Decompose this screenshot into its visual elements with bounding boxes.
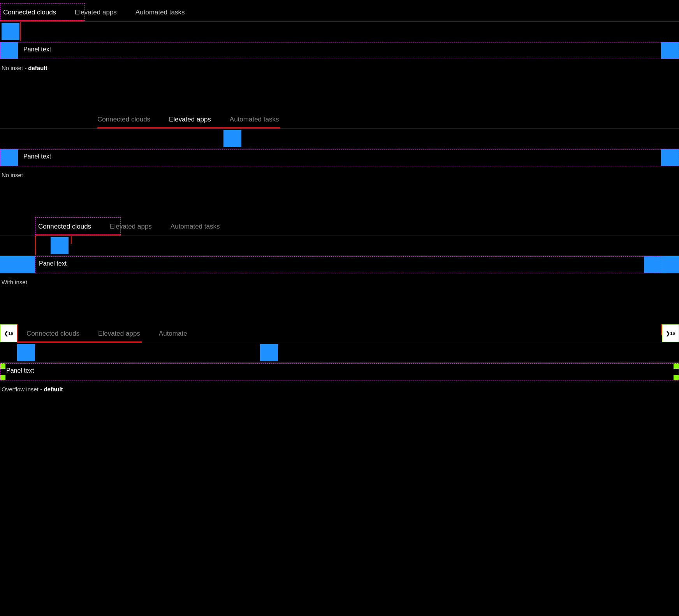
tab-indicator-3 — [35, 234, 121, 236]
green-sq-bottomleft-4 — [0, 375, 5, 380]
section-3: Connected clouds Elevated apps Automated… — [0, 217, 679, 293]
panel-dashed-box-2 — [0, 149, 679, 166]
panel-text-1: Panel text — [23, 46, 51, 53]
section-label-4: Overflow inset - default — [0, 382, 679, 392]
green-sq-topleft-4 — [0, 363, 5, 369]
panel-blue-left-1 — [0, 42, 18, 59]
section-1: Connected clouds Elevated apps Automated… — [0, 0, 679, 79]
tab-automated-tasks-2[interactable]: Automated tasks — [220, 111, 288, 128]
tab-automated-tasks-4[interactable]: Automate — [150, 325, 197, 342]
tab-indicator-1 — [0, 20, 84, 21]
panel-blue-right-2 — [661, 149, 679, 166]
tab-automated-tasks-3[interactable]: Automated tasks — [161, 218, 229, 235]
panel-text-4: Panel text — [6, 367, 34, 374]
tab-elevated-apps-4[interactable]: Elevated apps — [89, 325, 150, 342]
section-label-2: No inset — [0, 168, 679, 178]
panel-text-3: Panel text — [39, 260, 67, 267]
tab-bar-4: ❮16 Connected clouds Elevated apps Autom… — [0, 324, 679, 343]
red-vline-3 — [35, 236, 36, 255]
panel-dashed-box-1 — [0, 42, 679, 59]
tab-elevated-apps-1[interactable]: Elevated apps — [65, 4, 126, 21]
panel-text-2: Panel text — [23, 153, 51, 160]
panel-blue-left-3 — [0, 256, 35, 273]
blue-sq-tab-1 — [2, 23, 19, 40]
tab-bar-2: Connected clouds Elevated apps Automated… — [0, 110, 679, 129]
panel-blue-right-3 — [644, 256, 679, 273]
red-vline-1 — [20, 22, 21, 41]
tab-indicator-4 — [17, 341, 142, 343]
tab-connected-clouds-3[interactable]: Connected clouds — [35, 218, 100, 235]
section-label-1: No inset - default — [0, 61, 679, 71]
blue-sq-tab-3 — [51, 237, 69, 254]
panel-blue-left-2 — [0, 149, 18, 166]
tab-elevated-apps-3[interactable]: Elevated apps — [100, 218, 161, 235]
tab-connected-clouds-1[interactable]: Connected clouds — [0, 4, 65, 21]
panel-blue-right-1 — [661, 42, 679, 59]
section-4: ❮16 Connected clouds Elevated apps Autom… — [0, 324, 679, 400]
tab-indicator-2 — [97, 127, 280, 128]
section-label-3: With inset — [0, 275, 679, 285]
red-vline-3b — [71, 236, 72, 244]
tab-bar-3: Connected clouds Elevated apps Automated… — [0, 217, 679, 236]
overflow-right-btn[interactable]: ❯16 — [662, 324, 679, 342]
section-2: Connected clouds Elevated apps Automated… — [0, 110, 679, 186]
blue-sq-tab-4a — [17, 344, 35, 361]
blue-sq-tab-4b — [260, 344, 278, 361]
red-vline-4a — [17, 324, 18, 343]
blue-sq-tab-2 — [223, 130, 241, 147]
tab-connected-clouds-4[interactable]: Connected clouds — [17, 325, 89, 342]
panel-dashed-box-4 — [0, 363, 679, 380]
green-sq-bottomright-4 — [674, 375, 679, 380]
tab-bar-1: Connected clouds Elevated apps Automated… — [0, 3, 679, 22]
green-sq-topright-4 — [674, 363, 679, 369]
tab-automated-tasks-1[interactable]: Automated tasks — [126, 4, 194, 21]
panel-dashed-box-3 — [35, 256, 661, 273]
tab-connected-clouds-2[interactable]: Connected clouds — [0, 111, 160, 128]
overflow-left-btn[interactable]: ❮16 — [0, 324, 17, 342]
tab-elevated-apps-2[interactable]: Elevated apps — [160, 111, 220, 128]
